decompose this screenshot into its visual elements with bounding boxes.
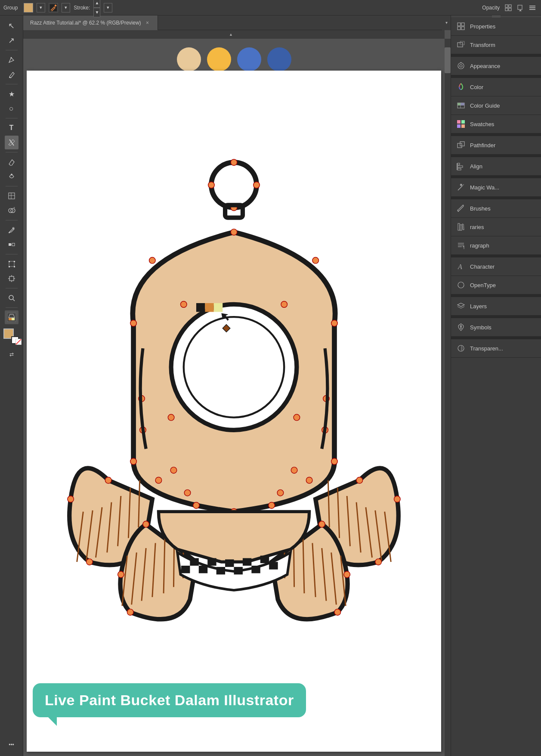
panel-transparency[interactable]: Transparen... xyxy=(451,339,541,358)
more-tools-btn[interactable]: ••• xyxy=(5,738,19,752)
svg-rect-6 xyxy=(518,5,522,9)
knife-tool[interactable] xyxy=(5,136,19,149)
svg-point-112 xyxy=(356,477,363,483)
stroke-dropdown[interactable]: ▾ xyxy=(104,3,112,12)
live-paint-bucket-tool[interactable] xyxy=(5,310,19,324)
svg-point-155 xyxy=(277,490,284,496)
fill-stroke-indicator[interactable] xyxy=(3,328,20,345)
panel-magic-wand[interactable]: Magic Wa... xyxy=(451,178,541,197)
libraries-label: raries xyxy=(470,224,536,230)
menu-btn[interactable] xyxy=(527,3,538,12)
none-stroke-icon xyxy=(15,339,22,345)
panel-libraries[interactable]: raries xyxy=(451,218,541,236)
selection-tool[interactable]: ↖ xyxy=(5,19,19,33)
scrollbar-thumb[interactable] xyxy=(445,47,451,73)
warp-tool[interactable] xyxy=(5,170,19,183)
svg-point-80 xyxy=(184,317,284,417)
panel-opentype[interactable]: OpenType xyxy=(451,276,541,294)
blend-tool[interactable] xyxy=(5,238,19,251)
canvas-scrollbar[interactable] xyxy=(445,39,451,756)
stroke-spinner[interactable]: ▲ ▼ xyxy=(93,0,100,17)
svg-point-70 xyxy=(458,282,464,288)
transparency-label: Transparen... xyxy=(470,345,536,352)
fill-color-box[interactable] xyxy=(24,3,33,12)
canvas-viewport[interactable]: ▲ xyxy=(23,30,451,756)
scroll-top-btn[interactable]: ▲ xyxy=(23,30,445,39)
tool-separator-5 xyxy=(6,186,18,186)
color-mode-icons xyxy=(15,339,22,347)
zoom-tool[interactable] xyxy=(5,291,19,305)
swap-fill-stroke-btn[interactable]: ⇄ xyxy=(5,347,19,361)
document-tab[interactable]: Razz Attire Tutorial.ai* @ 62.2 % (RGB/P… xyxy=(23,15,158,30)
svg-point-154 xyxy=(184,490,191,496)
panel-color-guide[interactable]: Color Guide xyxy=(451,96,541,115)
edit-mode-icon[interactable] xyxy=(49,3,58,12)
arrange-btn[interactable] xyxy=(515,3,526,12)
direct-selection-tool[interactable]: ↗ xyxy=(5,34,19,47)
fill-dropdown[interactable]: ▾ xyxy=(37,3,45,12)
tab-scroll-btn[interactable]: ▾ xyxy=(442,15,451,30)
grid-view-btn[interactable] xyxy=(503,3,513,12)
free-transform-tool[interactable] xyxy=(5,257,19,271)
ellipse-tool[interactable]: ○ xyxy=(5,102,19,115)
svg-rect-2 xyxy=(505,5,508,7)
panel-align[interactable]: Align xyxy=(451,157,541,176)
svg-point-135 xyxy=(127,609,133,616)
pencil-tool[interactable] xyxy=(5,68,19,81)
svg-point-136 xyxy=(334,609,341,616)
svg-point-96 xyxy=(269,502,275,509)
svg-point-45 xyxy=(458,63,464,69)
magic-wand-label: Magic Wa... xyxy=(470,184,536,191)
eraser-tool[interactable] xyxy=(5,155,19,169)
zoom-icon xyxy=(8,294,15,302)
artboard[interactable]: Live Paint Bucket Dalam Illustrator xyxy=(27,71,441,752)
panel-layers[interactable]: Layers xyxy=(451,297,541,316)
tool-separator-9 xyxy=(6,307,18,308)
panel-transform[interactable]: Transform xyxy=(451,36,541,54)
panel-character[interactable]: A Character xyxy=(451,257,541,276)
color-guide-icon xyxy=(456,101,466,110)
svg-rect-143 xyxy=(216,567,225,575)
document-close-btn[interactable]: × xyxy=(145,20,151,26)
eyedropper-tool[interactable] xyxy=(5,223,19,237)
pen-tool[interactable] xyxy=(5,53,19,67)
stroke-up[interactable]: ▲ xyxy=(93,0,100,8)
shape-builder-tool[interactable]: + xyxy=(5,204,19,217)
panel-color[interactable]: Color xyxy=(451,78,541,96)
symbols-label: Symbols xyxy=(470,324,536,331)
tool-separator-1 xyxy=(6,50,18,50)
grid-tool[interactable] xyxy=(5,189,19,203)
svg-point-93 xyxy=(155,477,162,483)
canvas-swatch-4[interactable] xyxy=(267,47,291,71)
svg-point-149 xyxy=(281,301,288,308)
panel-appearance[interactable]: Appearance xyxy=(451,57,541,75)
canvas-swatch-2[interactable] xyxy=(207,47,231,71)
type-tool[interactable]: T xyxy=(5,121,19,135)
panel-swatches[interactable]: Swatches xyxy=(451,115,541,133)
grip-lines xyxy=(492,15,501,17)
artboard-tool[interactable] xyxy=(5,272,19,285)
svg-rect-3 xyxy=(509,5,511,7)
paragraph-icon: ¶ xyxy=(456,241,466,250)
stroke-down[interactable]: ▼ xyxy=(93,8,100,17)
panel-properties[interactable]: Properties xyxy=(451,17,541,36)
svg-point-84 xyxy=(331,458,338,465)
panel-paragraph[interactable]: ¶ ragraph xyxy=(451,236,541,255)
panel-pathfinder[interactable]: Pathfinder xyxy=(451,136,541,155)
svg-rect-25 xyxy=(9,266,10,267)
star-tool[interactable]: ★ xyxy=(5,87,19,101)
svg-point-153 xyxy=(291,467,297,474)
svg-rect-7 xyxy=(529,6,535,6)
canvas-swatch-1[interactable] xyxy=(177,47,201,71)
grip-line-1 xyxy=(492,15,501,16)
mode-dropdown[interactable]: ▾ xyxy=(62,3,70,12)
svg-rect-57 xyxy=(460,142,464,146)
panel-symbols[interactable]: Symbols xyxy=(451,318,541,337)
svg-point-95 xyxy=(193,502,200,509)
canvas-swatch-3[interactable] xyxy=(237,47,261,71)
svg-rect-35 xyxy=(9,318,12,320)
svg-point-134 xyxy=(344,571,350,578)
fill-stroke-selector[interactable] xyxy=(24,3,33,12)
speech-bubble: Live Paint Bucket Dalam Illustrator xyxy=(33,683,306,717)
panel-brushes[interactable]: Brushes xyxy=(451,199,541,218)
